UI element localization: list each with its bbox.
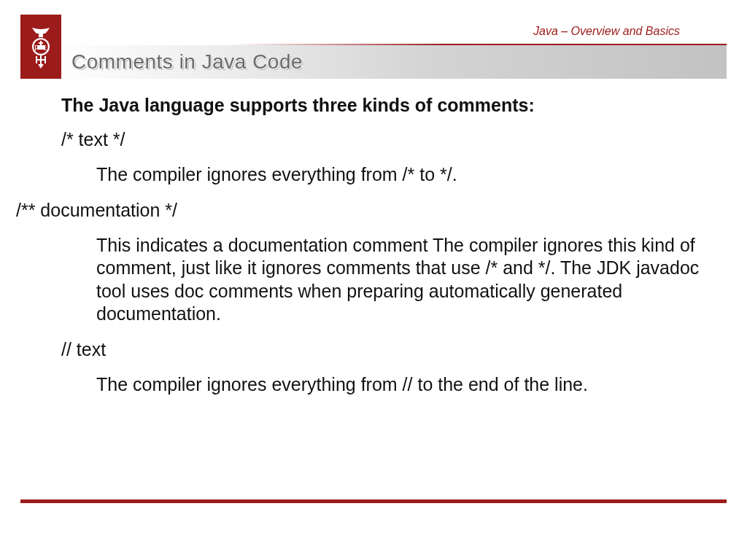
comment-syntax-2: /** documentation */ xyxy=(16,200,727,221)
logo-icon: P Ł xyxy=(20,15,61,79)
svg-marker-6 xyxy=(38,64,44,69)
comment-desc-3: The compiler ignores everything from // … xyxy=(96,373,712,397)
comment-syntax-1: /* text */ xyxy=(61,129,727,150)
comment-syntax-3: // text xyxy=(61,339,727,360)
comment-desc-1: The compiler ignores everything from /* … xyxy=(96,163,712,187)
footer-divider xyxy=(20,499,727,503)
svg-rect-0 xyxy=(39,34,43,37)
title-bar: Comments in Java Code xyxy=(61,45,727,79)
slide-content: The Java language supports three kinds o… xyxy=(20,95,727,409)
svg-text:Ł: Ł xyxy=(44,44,48,52)
slide-header: Java – Overview and Basics P Ł Comments … xyxy=(0,0,747,79)
svg-text:P: P xyxy=(34,44,39,52)
slide-title: Comments in Java Code xyxy=(71,50,303,74)
header-label: Java – Overview and Basics xyxy=(533,25,680,38)
comment-desc-2: This indicates a documentation comment T… xyxy=(96,234,712,326)
intro-text: The Java language supports three kinds o… xyxy=(61,95,727,116)
